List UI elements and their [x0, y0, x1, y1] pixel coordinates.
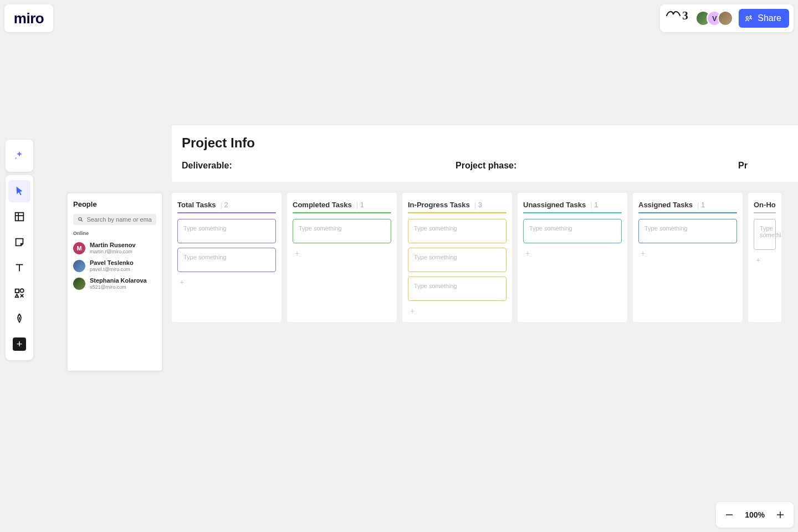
zoom-control: 100% — [716, 502, 794, 528]
zoom-out-button[interactable] — [724, 509, 735, 520]
select-tool[interactable] — [8, 180, 30, 202]
avatar[interactable] — [718, 11, 733, 26]
kanban-card[interactable]: Type something — [408, 277, 507, 301]
kanban-card[interactable]: Type something — [293, 219, 391, 243]
left-toolbar: + — [6, 140, 33, 360]
pen-tool[interactable] — [8, 308, 30, 330]
project-info-fields: Deliverable: Project phase: Pr — [182, 161, 798, 171]
person-email: s521@miro.com — [90, 284, 147, 290]
person-info: Pavel Teslenko pavel.t@miro.com — [90, 259, 134, 273]
kanban-card[interactable]: Type something — [754, 219, 776, 250]
column-underline — [638, 212, 737, 213]
plus-text: + — [17, 339, 23, 349]
shapes-icon — [13, 287, 25, 299]
add-card-button[interactable]: + — [177, 277, 276, 288]
kanban-card[interactable]: Type something — [408, 219, 507, 243]
kanban-column[interactable]: In-Progress Tasks3Type somethingType som… — [402, 193, 512, 322]
kanban-column[interactable]: Assigned Tasks1Type something+ — [633, 193, 743, 322]
people-title: People — [73, 200, 156, 208]
kanban-card[interactable]: Type something — [523, 219, 622, 243]
kanban-column[interactable]: Unassigned Tasks1Type something+ — [518, 193, 627, 322]
main-tool-group: + — [6, 175, 33, 360]
kanban-column[interactable]: On-HoType something+ — [748, 193, 781, 322]
column-header: On-Ho — [754, 201, 776, 209]
avatar — [73, 260, 85, 272]
text-icon — [13, 262, 25, 274]
column-header: Assigned Tasks1 — [638, 201, 737, 209]
ai-tool-group — [6, 140, 33, 172]
people-search-input[interactable] — [87, 216, 152, 223]
svg-point-1 — [746, 17, 749, 19]
sticky-tool[interactable] — [8, 231, 30, 253]
app-logo: miro — [14, 10, 44, 27]
column-count: 1 — [356, 201, 364, 209]
search-icon — [78, 216, 84, 223]
plus-icon — [775, 510, 785, 520]
person-email: martin.r@miro.com — [90, 249, 136, 255]
shapes-tool[interactable] — [8, 282, 30, 304]
column-title: Unassigned Tasks — [523, 201, 586, 209]
phase-label: Project phase: — [456, 161, 738, 171]
add-card-button[interactable]: + — [523, 248, 622, 259]
person-name: Martin Rusenov — [90, 242, 136, 249]
frame-tool[interactable] — [8, 206, 30, 228]
people-panel: People Online M Martin Rusenov martin.r@… — [68, 193, 162, 371]
collaborator-avatars[interactable]: V — [695, 11, 733, 26]
ai-tool[interactable] — [8, 145, 30, 167]
column-underline — [408, 212, 507, 213]
add-tool[interactable]: + — [8, 333, 30, 355]
column-underline — [523, 212, 622, 213]
kanban-column[interactable]: Total Tasks2Type somethingType something… — [172, 193, 282, 322]
add-card-button[interactable]: + — [638, 248, 737, 259]
person-row[interactable]: M Martin Rusenov martin.r@miro.com — [73, 239, 156, 257]
reactions-icon[interactable]: З — [666, 10, 690, 24]
cursor-icon — [13, 185, 25, 197]
column-title: In-Progress Tasks — [408, 201, 470, 209]
svg-point-9 — [20, 289, 23, 292]
topbar-right: З V Share — [660, 4, 794, 32]
column-underline — [293, 212, 391, 213]
share-label: Share — [758, 13, 781, 23]
people-search[interactable] — [73, 214, 156, 225]
column-underline — [177, 212, 276, 213]
minus-icon — [724, 510, 734, 520]
people-online-label: Online — [73, 231, 156, 236]
person-row[interactable]: Pavel Teslenko pavel.t@miro.com — [73, 257, 156, 275]
column-count: 1 — [697, 201, 705, 209]
column-title: Completed Tasks — [293, 201, 352, 209]
add-card-button[interactable]: + — [754, 254, 776, 265]
column-header: Total Tasks2 — [177, 201, 276, 209]
column-title: On-Ho — [754, 201, 776, 209]
svg-rect-8 — [16, 289, 19, 293]
kanban-columns: Total Tasks2Type somethingType something… — [172, 193, 781, 322]
text-tool[interactable] — [8, 257, 30, 279]
person-row[interactable]: Stephania Kolarova s521@miro.com — [73, 275, 156, 293]
pen-icon — [13, 313, 25, 325]
plus-icon: + — [13, 337, 26, 351]
frame-icon — [13, 211, 25, 223]
svg-point-11 — [79, 217, 81, 220]
kanban-card[interactable]: Type something — [408, 248, 507, 272]
avatar: M — [73, 242, 85, 254]
add-card-button[interactable]: + — [293, 248, 391, 259]
avatar — [73, 278, 85, 290]
zoom-in-button[interactable] — [775, 509, 786, 520]
column-count: 1 — [590, 201, 598, 209]
kanban-column[interactable]: Completed Tasks1Type something+ — [287, 193, 397, 322]
kanban-card[interactable]: Type something — [638, 219, 737, 243]
svg-rect-3 — [16, 213, 24, 221]
deliverable-label: Deliverable: — [182, 161, 456, 171]
project-info-card[interactable]: Project Info Deliverable: Project phase:… — [172, 125, 798, 182]
kanban-card[interactable]: Type something — [177, 248, 276, 272]
column-count: 3 — [474, 201, 482, 209]
zoom-level[interactable]: 100% — [745, 510, 765, 519]
svg-line-12 — [81, 220, 83, 221]
kanban-card[interactable]: Type something — [177, 219, 276, 243]
sticky-icon — [13, 236, 25, 248]
logo-card[interactable]: miro — [4, 4, 53, 32]
share-button[interactable]: Share — [739, 9, 789, 28]
column-count: 2 — [221, 201, 228, 209]
svg-text:З: З — [682, 10, 688, 22]
add-card-button[interactable]: + — [408, 305, 507, 316]
avatar-initial: V — [712, 14, 717, 23]
